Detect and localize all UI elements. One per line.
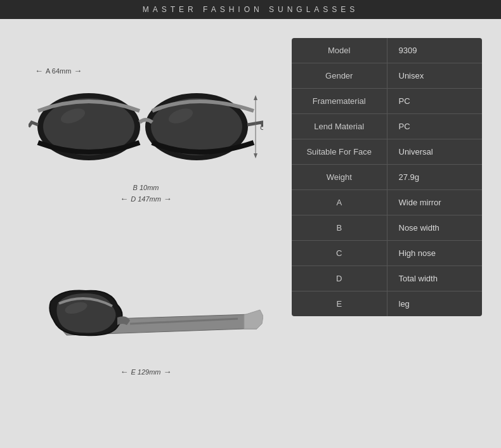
- spec-row: Suitable For FaceUniversal: [292, 139, 482, 165]
- spec-row: Eleg: [292, 291, 482, 316]
- diagram-front: ← A 64mm →: [19, 38, 273, 231]
- spec-row: FramematerialPC: [292, 89, 482, 114]
- svg-marker-9: [254, 153, 257, 158]
- spec-value: Wide mirror: [387, 190, 483, 215]
- page-wrapper: MASTER FASHION SUNGLASSES ← A 64mm →: [0, 0, 501, 448]
- spec-value: Nose width: [387, 215, 483, 240]
- dim-a-label: A 64mm: [46, 67, 71, 75]
- spec-label: Lend Material: [292, 114, 387, 139]
- dim-d-label: D 147mm: [131, 195, 161, 203]
- spec-label: Model: [292, 38, 387, 63]
- left-panel: ← A 64mm →: [19, 32, 273, 431]
- spec-row: Weight27.9g: [292, 165, 482, 190]
- header-title: MASTER FASHION SUNGLASSES: [143, 5, 359, 14]
- header-bar: MASTER FASHION SUNGLASSES: [0, 0, 501, 19]
- spec-value: leg: [387, 291, 483, 316]
- spec-label: B: [292, 215, 387, 240]
- spec-table: Model9309GenderUnisexFramematerialPCLend…: [292, 38, 482, 316]
- diagram-side: ← E 129mm →: [19, 231, 273, 425]
- spec-row: Model9309: [292, 38, 482, 63]
- spec-label: Gender: [292, 63, 387, 88]
- spec-value: High nose: [387, 241, 483, 266]
- spec-row: DTotal width: [292, 266, 482, 291]
- spec-label: C: [292, 241, 387, 266]
- svg-text:C45mm: C45mm: [260, 124, 263, 131]
- main-content: ← A 64mm →: [0, 19, 501, 444]
- spec-row: CHigh nose: [292, 241, 482, 266]
- spec-row: GenderUnisex: [292, 63, 482, 89]
- spec-label: D: [292, 266, 387, 291]
- dim-e-label: E 129mm: [131, 368, 160, 376]
- spec-value: Unisex: [387, 63, 483, 88]
- spec-value: 9309: [387, 38, 483, 63]
- spec-value: Total width: [387, 266, 483, 291]
- dim-b-label: B 10mm: [133, 184, 159, 191]
- spec-value: PC: [387, 89, 483, 113]
- spec-value: Universal: [387, 139, 483, 164]
- glasses-side-svg: [29, 279, 263, 362]
- spec-value: 27.9g: [387, 165, 483, 189]
- spec-label: Weight: [292, 165, 387, 189]
- spec-row: AWide mirror: [292, 190, 482, 215]
- spec-label: A: [292, 190, 387, 215]
- spec-value: PC: [387, 114, 483, 139]
- svg-marker-8: [254, 95, 257, 100]
- glasses-front-svg: C45mm: [29, 79, 263, 177]
- spec-label: Suitable For Face: [292, 139, 387, 164]
- spec-label: Framematerial: [292, 89, 387, 113]
- spec-row: BNose width: [292, 215, 482, 241]
- spec-label: E: [292, 291, 387, 316]
- spec-row: Lend MaterialPC: [292, 114, 482, 139]
